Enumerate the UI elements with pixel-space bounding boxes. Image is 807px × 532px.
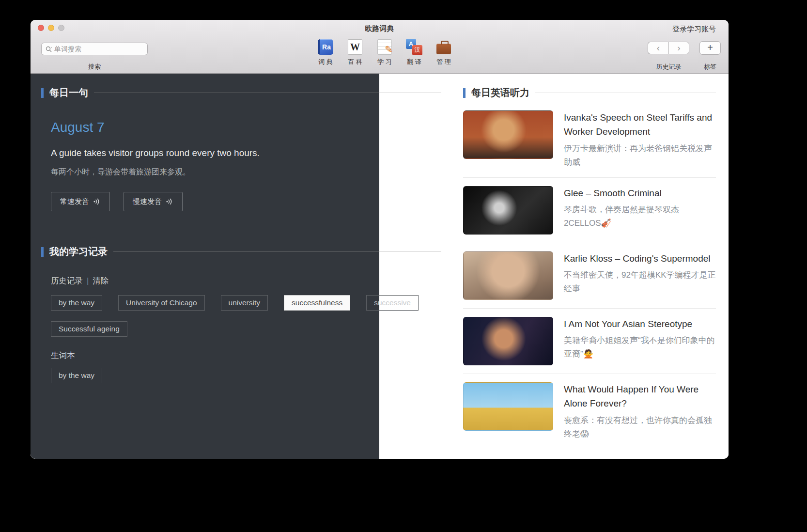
section-accent-bar (463, 88, 466, 98)
search-icon (46, 46, 52, 52)
listening-item[interactable]: Glee – Smooth Criminal 琴房斗歌，伴奏居然是提琴双杰2CE… (463, 178, 716, 243)
translate-tool[interactable]: A 汉 翻 译 (403, 38, 426, 66)
item-title: Glee – Smooth Criminal (564, 186, 716, 200)
tag-toolbar-label: 标签 (699, 63, 721, 71)
back-button[interactable]: ‹ (648, 42, 668, 54)
normal-speed-button[interactable]: 常速发音 (51, 192, 110, 211)
listening-item[interactable]: Ivanka's Speech on Steel Tariffs and Wor… (463, 102, 716, 178)
item-subtitle: 不当维密天使，92年超模KK学编程才是正经事 (564, 268, 716, 296)
wordbook-chip[interactable]: by the way (51, 368, 102, 383)
item-title: Karlie Kloss – Coding's Supermodel (564, 251, 716, 266)
item-subtitle: 琴房斗歌，伴奏居然是提琴双杰2CELLOS🎻 (564, 203, 716, 230)
study-record-section-header: 我的学习记录 (41, 245, 441, 258)
app-window: 欧路词典 登录学习账号 搜索 Ra 词 典 W 百 科 学 习 (31, 20, 729, 459)
clear-history-link[interactable]: 清除 (93, 276, 109, 285)
thumbnail-alone-forever[interactable] (463, 382, 553, 431)
listening-title: 每日英语听力 (471, 86, 529, 99)
daily-sentence-date: August 7 (51, 120, 441, 135)
history-label: 历史记录 (51, 276, 83, 285)
search-field[interactable] (41, 43, 148, 55)
manage-tool[interactable]: 管 理 (432, 38, 455, 66)
history-chip[interactable]: successfulness (284, 295, 350, 311)
section-rule (94, 93, 441, 93)
item-title: I Am Not Your Asian Stereotype (564, 317, 716, 331)
listening-section-header: 每日英语听力 (463, 86, 716, 99)
thumbnail-karlie-kloss[interactable] (463, 251, 553, 300)
thumbnail-ivanka[interactable] (463, 110, 553, 159)
search-toolbar-label: 搜索 (41, 63, 148, 71)
dictionary-icon: Ra (318, 39, 333, 55)
dictionary-tool-label: 词 典 (318, 58, 333, 66)
slow-speed-label: 慢速发音 (133, 197, 162, 206)
section-rule (113, 251, 441, 252)
wordbook-chip-row: by the way (51, 368, 441, 383)
daily-sentence-column: 每日一句 August 7 A guide takes visitor grou… (41, 74, 441, 383)
history-nav-group: ‹ › (648, 42, 689, 54)
history-chip[interactable]: successive (366, 295, 419, 311)
history-row-label: 历史记录|清除 (51, 276, 441, 286)
daily-sentence-chinese: 每两个小时，导游会带着旅游团来参观。 (51, 167, 441, 177)
study-record-title: 我的学习记录 (49, 245, 108, 258)
manage-icon (436, 44, 451, 54)
history-chip[interactable]: University of Chicago (118, 295, 204, 311)
item-subtitle: 伊万卡最新演讲：再为老爸钢铝关税发声助威 (564, 142, 716, 169)
item-title: What Would Happen If You Were Alone Fore… (564, 382, 716, 411)
daily-sentence-title: 每日一句 (49, 86, 88, 99)
content-area: 每日一句 August 7 A guide takes visitor grou… (31, 74, 729, 459)
history-nav-label: 历史记录 (648, 63, 690, 71)
toolbar-tools: Ra 词 典 W 百 科 学 习 A 汉 翻 译 (314, 38, 455, 66)
section-rule (535, 93, 716, 93)
listening-list: Ivanka's Speech on Steel Tariffs and Wor… (463, 102, 716, 449)
listening-item[interactable]: I Am Not Your Asian Stereotype 美籍华裔小姐姐发声… (463, 309, 716, 374)
section-accent-bar (41, 88, 44, 98)
study-tool[interactable]: 学 习 (373, 38, 396, 66)
thumbnail-asian-stereotype[interactable] (463, 317, 553, 365)
daily-sentence-english: A guide takes visitor groups round every… (51, 148, 441, 158)
item-subtitle: 丧愈系：有没有想过，也许你真的会孤独终老😱 (564, 414, 716, 441)
thumbnail-glee[interactable] (463, 186, 553, 235)
sound-wave-icon (166, 198, 173, 205)
item-title: Ivanka's Speech on Steel Tariffs and Wor… (564, 110, 716, 139)
translate-tool-label: 翻 译 (407, 58, 421, 66)
wikipedia-tool-label: 百 科 (348, 58, 362, 66)
history-chip[interactable]: university (221, 295, 268, 311)
search-input[interactable] (54, 45, 143, 53)
manage-tool-label: 管 理 (436, 58, 451, 66)
slow-speed-button[interactable]: 慢速发音 (124, 192, 183, 211)
login-account-link[interactable]: 登录学习账号 (672, 25, 716, 34)
titlebar-toolbar: 欧路词典 登录学习账号 搜索 Ra 词 典 W 百 科 学 习 (31, 20, 729, 74)
wikipedia-icon: W (348, 39, 362, 55)
dictionary-tool[interactable]: Ra 词 典 (314, 38, 337, 66)
history-chip[interactable]: by the way (51, 295, 102, 311)
label-divider: | (87, 276, 89, 285)
forward-button[interactable]: › (668, 42, 689, 54)
section-accent-bar (41, 247, 44, 257)
wordbook-label: 生词本 (51, 350, 441, 361)
add-tag-button[interactable]: + (699, 41, 721, 55)
normal-speed-label: 常速发音 (60, 197, 89, 206)
wikipedia-tool[interactable]: W 百 科 (343, 38, 367, 66)
history-chip[interactable]: Successful ageing (51, 321, 127, 337)
item-subtitle: 美籍华裔小姐姐发声“我不是你们印象中的亚裔”🙅 (564, 334, 716, 361)
study-icon (377, 39, 392, 55)
listening-item[interactable]: Karlie Kloss – Coding's Supermodel 不当维密天… (463, 243, 716, 309)
history-chip-row: by the way University of Chicago univers… (51, 295, 441, 337)
window-title: 欧路词典 (31, 24, 729, 33)
pronunciation-buttons: 常速发音 慢速发音 (51, 192, 441, 211)
translate-icon: A 汉 (406, 39, 422, 55)
listening-item[interactable]: What Would Happen If You Were Alone Fore… (463, 374, 716, 449)
study-tool-label: 学 习 (377, 58, 392, 66)
listening-column: 每日英语听力 Ivanka's Speech on Steel Tariffs … (463, 74, 716, 449)
sound-wave-icon (93, 198, 101, 205)
daily-sentence-section-header: 每日一句 (41, 86, 441, 99)
